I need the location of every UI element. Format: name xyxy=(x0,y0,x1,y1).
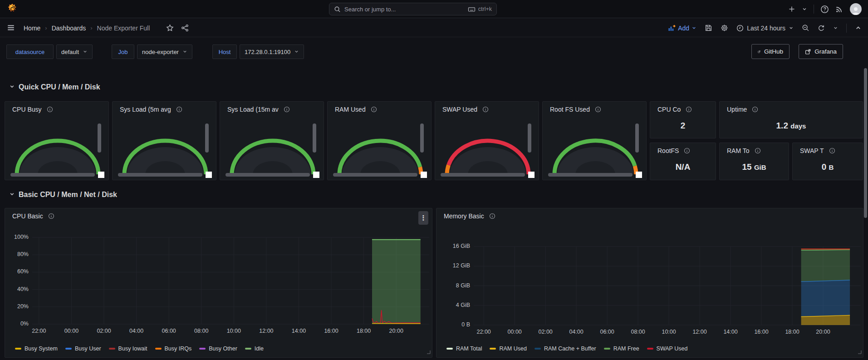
gauge-chart xyxy=(328,108,432,176)
panel-vertical-scrollbar[interactable] xyxy=(635,123,639,153)
panel-horizontal-scrollbar[interactable] xyxy=(118,173,202,177)
info-icon[interactable] xyxy=(752,106,758,113)
panel-title[interactable]: CPU Co xyxy=(657,106,692,113)
legend-item[interactable]: Busy Other xyxy=(199,345,237,352)
page-scrollbar[interactable] xyxy=(864,68,867,218)
legend-item[interactable]: RAM Cache + Buffer xyxy=(535,345,596,352)
x-axis-tick-label: 08:00 xyxy=(190,328,213,334)
panel-menu-kebab-icon[interactable]: ⋮ xyxy=(418,211,428,225)
y-axis-tick-label: 40% xyxy=(6,286,29,292)
resize-handle[interactable] xyxy=(427,348,431,356)
help-icon[interactable] xyxy=(820,5,829,14)
panel-title[interactable]: Memory Basic xyxy=(444,212,495,220)
gauge-panel: SWAP Used xyxy=(435,101,539,180)
stat-panel: CPU Co 2 xyxy=(650,101,716,138)
share-icon[interactable] xyxy=(181,24,189,32)
x-axis-tick-label: 10:00 xyxy=(222,328,245,334)
legend-item[interactable]: SWAP Used xyxy=(647,345,688,352)
scrollbar-corner xyxy=(528,172,535,178)
news-rss-icon[interactable] xyxy=(835,5,843,13)
legend-item[interactable]: RAM Free xyxy=(604,345,639,352)
panel-vertical-scrollbar[interactable] xyxy=(420,123,424,153)
topnav-divider xyxy=(814,5,814,14)
x-axis-tick-label: 18:00 xyxy=(352,328,376,334)
collapse-toolbar-chevron-icon[interactable] xyxy=(855,25,862,31)
info-icon[interactable] xyxy=(489,213,495,219)
row-quick-cpu-mem-disk[interactable]: Quick CPU / Mem / Disk xyxy=(9,83,100,91)
add-button-label: Add xyxy=(678,25,689,32)
info-icon[interactable] xyxy=(684,148,690,154)
panel-vertical-scrollbar[interactable] xyxy=(98,123,101,153)
info-icon[interactable] xyxy=(829,148,835,154)
variable-select-job[interactable]: node-exporter xyxy=(137,44,192,59)
scrollbar-corner xyxy=(98,172,104,178)
info-icon[interactable] xyxy=(48,213,54,219)
info-icon[interactable] xyxy=(686,106,692,113)
memory-basic-plot xyxy=(474,247,861,325)
search-input[interactable]: Search or jump to... ctrl+k xyxy=(329,3,497,15)
info-icon[interactable] xyxy=(755,148,761,154)
x-axis-tick-label: 20:00 xyxy=(384,328,408,334)
dashboard-settings-gear-icon[interactable] xyxy=(721,24,728,32)
panel-title[interactable]: Uptime xyxy=(727,106,758,113)
legend-item[interactable]: RAM Used xyxy=(490,345,526,352)
stat-value: 15 GiB xyxy=(720,162,789,172)
x-axis-tick-label: 22:00 xyxy=(472,329,495,335)
breadcrumb-dashboards[interactable]: Dashboards xyxy=(52,25,86,32)
panel-vertical-scrollbar[interactable] xyxy=(205,123,209,153)
panel-vertical-scrollbar[interactable] xyxy=(313,123,316,153)
user-avatar[interactable] xyxy=(850,3,862,15)
time-range-picker[interactable]: Last 24 hours xyxy=(736,25,794,32)
resize-handle[interactable] xyxy=(858,348,862,356)
row-basic-cpu-mem-net-disk[interactable]: Basic CPU / Mem / Net / Disk xyxy=(9,191,117,199)
grafana-logo-icon[interactable] xyxy=(6,3,18,15)
panel-horizontal-scrollbar[interactable] xyxy=(333,173,417,177)
variable-label-job: Job xyxy=(112,44,134,59)
panel-title[interactable]: RAM To xyxy=(727,147,761,154)
zoom-out-time-icon[interactable] xyxy=(802,24,809,32)
legend-item[interactable]: Busy User xyxy=(65,345,101,352)
keyboard-icon xyxy=(468,6,476,13)
x-axis-tick-label: 16:00 xyxy=(319,328,343,334)
grafana-link-button[interactable]: Grafana xyxy=(799,44,843,59)
github-link-button[interactable]: GitHub xyxy=(751,44,790,59)
github-link-label: GitHub xyxy=(764,48,783,55)
x-axis-tick-label: 12:00 xyxy=(688,329,711,335)
add-button[interactable]: Add xyxy=(668,25,696,32)
panel-horizontal-scrollbar[interactable] xyxy=(10,173,95,177)
memory-basic-legend: RAM Total RAM Used RAM Cache + Buffer RA… xyxy=(446,345,687,352)
panel-title[interactable]: RootFS xyxy=(657,147,690,154)
legend-item[interactable]: Busy Iowait xyxy=(109,345,147,352)
panel-horizontal-scrollbar[interactable] xyxy=(226,173,310,177)
panel-horizontal-scrollbar[interactable] xyxy=(441,173,525,177)
add-menu-icon[interactable] xyxy=(788,5,795,13)
refresh-icon[interactable] xyxy=(818,25,825,32)
refresh-interval-chevron-icon[interactable] xyxy=(833,25,838,30)
x-axis-tick-label: 14:00 xyxy=(287,328,310,334)
stat-value: 1.2 days xyxy=(720,121,863,131)
y-axis-tick-label: 80% xyxy=(6,251,29,257)
legend-item[interactable]: Busy System xyxy=(15,345,58,352)
legend-item[interactable]: Busy IRQs xyxy=(155,345,192,352)
stat-panel: Uptime 1.2 days xyxy=(719,101,863,138)
add-menu-chevron-icon[interactable] xyxy=(802,6,807,12)
menu-hamburger-icon[interactable] xyxy=(6,24,15,32)
panel-title[interactable]: CPU Basic xyxy=(12,212,54,220)
legend-item[interactable]: Idle xyxy=(245,345,264,352)
variable-label-datasource: datasource xyxy=(6,44,54,59)
legend-item[interactable]: RAM Total xyxy=(446,345,482,352)
panel-vertical-scrollbar[interactable] xyxy=(528,123,531,153)
y-axis-tick-label: 4 GiB xyxy=(447,302,470,308)
save-dashboard-icon[interactable] xyxy=(705,24,712,32)
variable-select-host[interactable]: 172.28.0.1:19100 xyxy=(240,44,304,59)
favorite-star-icon[interactable] xyxy=(166,24,174,32)
variable-select-datasource[interactable]: default xyxy=(56,44,93,59)
x-axis-tick-label: 18:00 xyxy=(780,329,804,335)
breadcrumb-home[interactable]: Home xyxy=(24,25,40,32)
panel-horizontal-scrollbar[interactable] xyxy=(548,173,633,177)
x-axis-tick-label: 16:00 xyxy=(750,329,773,335)
x-axis-tick-label: 00:00 xyxy=(503,329,526,335)
panel-title[interactable]: SWAP T xyxy=(800,147,835,154)
search-shortcut: ctrl+k xyxy=(478,6,492,12)
stat-value: 0 B xyxy=(793,162,863,172)
